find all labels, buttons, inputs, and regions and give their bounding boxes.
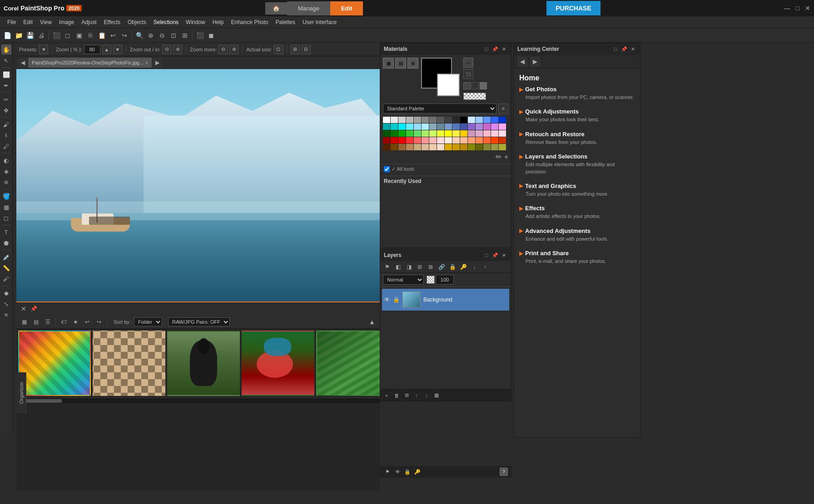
learning-item-text[interactable]: ▶ Text and Graphics Turn your photo into… [519, 183, 635, 198]
layers-float-btn[interactable]: □ [483, 252, 490, 259]
org-thumb-4[interactable] [242, 331, 314, 396]
zoom-down[interactable]: ▼ [113, 45, 122, 54]
materials-float-btn[interactable]: □ [483, 45, 490, 53]
cp-mauve2[interactable] [476, 130, 483, 137]
cp-olive4[interactable] [491, 144, 498, 150]
canvas-full-btn[interactable]: ⊟ [302, 45, 311, 54]
tool-brush[interactable]: 🖊 [1, 141, 11, 151]
learning-fwd-btn[interactable]: ▶ [530, 57, 540, 67]
menu-adjust[interactable]: Adjust [78, 18, 100, 27]
cp-cyan1[interactable] [398, 124, 406, 130]
menu-effects[interactable]: Effects [100, 18, 124, 27]
raw-dropdown[interactable]: RAW/JPG Pairs: OFF [168, 317, 230, 326]
cp-teal2[interactable] [391, 124, 398, 130]
cp-rose2[interactable] [491, 130, 498, 137]
cp-sky1[interactable] [414, 124, 421, 130]
tool-shapes[interactable]: ⬟ [1, 238, 11, 248]
org-thumb-2[interactable] [93, 331, 165, 396]
cp-green1[interactable] [383, 130, 390, 137]
manage-tab[interactable]: Manage [287, 1, 330, 15]
learning-item-retouch[interactable]: ▶ Retouch and Restore Remove flaws from … [519, 131, 635, 146]
learning-item-effects[interactable]: ▶ Effects Add artistic effects to your p… [519, 205, 635, 220]
layer-visibility-icon[interactable]: 👁 [384, 296, 390, 303]
toolbar-open[interactable]: 📁 [13, 30, 24, 41]
default-colors-icon[interactable]: ⬛ [463, 69, 473, 79]
learning-item-quick-adj[interactable]: ▶ Quick Adjustments Make your photos loo… [519, 108, 635, 123]
transparent-swatch[interactable] [463, 93, 486, 100]
sort-dropdown[interactable]: Folder [134, 317, 162, 326]
color-lt-gray3[interactable] [406, 117, 413, 123]
color-lt-blue1[interactable] [468, 117, 475, 123]
mini-swatch-3[interactable] [480, 82, 487, 89]
cp-blush[interactable] [499, 130, 506, 137]
layers-tool-7[interactable]: 🔒 [447, 262, 457, 272]
cp-green5[interactable] [414, 130, 421, 137]
lay-new-layer[interactable]: + [382, 391, 391, 400]
learning-close-btn[interactable]: ✕ [629, 45, 636, 53]
cp-orange1[interactable] [476, 137, 483, 143]
cp-lime2[interactable] [429, 130, 437, 137]
color-dk-gray2[interactable] [437, 117, 444, 123]
cp-purple2[interactable] [491, 124, 498, 130]
learning-pin-btn[interactable]: 📌 [620, 45, 628, 53]
cp-peach1[interactable] [452, 137, 460, 143]
tool-fill[interactable]: 🪣 [1, 191, 11, 201]
edit-palette-btn[interactable]: ✏ [496, 153, 501, 161]
add-color-btn[interactable]: + [504, 153, 508, 161]
cp-red2[interactable] [406, 137, 413, 143]
layers-tool-3[interactable]: ◨ [404, 262, 414, 272]
blend-mode-dropdown[interactable]: Normal [383, 275, 424, 285]
background-swatch[interactable] [437, 74, 460, 96]
cp-tan3[interactable] [422, 144, 429, 150]
toolbar-btn-actual[interactable]: ⊞ [179, 30, 190, 41]
tool-crop[interactable]: ✂ [1, 94, 11, 104]
zoom-more-in[interactable]: ⊕ [229, 45, 238, 54]
org-view-3[interactable]: ☰ [43, 317, 53, 327]
cp-yellow1[interactable] [445, 130, 452, 137]
org-rate-btn[interactable]: ★ [70, 317, 80, 327]
menu-objects[interactable]: Objects [124, 18, 150, 27]
tool-eyedropper[interactable]: 💉 [1, 252, 11, 262]
lay-move-down[interactable]: ↓ [422, 391, 431, 400]
tool-text[interactable]: T [1, 227, 11, 237]
tool-eraser[interactable]: ◻ [1, 213, 11, 223]
toolbar-btn-7[interactable]: ▣ [74, 30, 84, 41]
presets-dropdown[interactable]: ▼ [39, 45, 48, 54]
minimize-icon[interactable]: — [784, 5, 790, 12]
cp-dk-red1[interactable] [383, 137, 390, 143]
color-white[interactable] [383, 117, 390, 123]
color-dk-gray3[interactable] [445, 117, 452, 123]
org-thumb-1[interactable] [18, 331, 91, 396]
all-tools-checkbox[interactable] [384, 166, 390, 172]
cp-purple1[interactable] [483, 124, 491, 130]
color-dk-blue[interactable] [499, 117, 506, 123]
zoom-out-btn[interactable]: ⊖ [162, 45, 171, 54]
toolbar-btn-5[interactable]: ⬛ [51, 30, 62, 41]
status-btn-2[interactable]: 👁 [393, 468, 402, 476]
cp-gold1[interactable] [445, 144, 452, 150]
menu-help[interactable]: Help [209, 18, 228, 27]
zoom-more-out[interactable]: ⊖ [218, 45, 228, 54]
zoom-up[interactable]: ▲ [102, 45, 111, 54]
cp-pink1[interactable] [499, 124, 506, 130]
toolbar-copy[interactable]: ⎘ [85, 30, 96, 41]
tool-align[interactable]: ≡ [1, 310, 11, 320]
toolbar-btn-fit[interactable]: ⊡ [168, 30, 179, 41]
toolbar-btn-11[interactable]: ⬛ [194, 30, 205, 41]
org-pin-btn[interactable]: 📌 [30, 305, 37, 312]
lay-merge[interactable]: ⊞ [402, 391, 411, 400]
layers-close-btn[interactable]: ✕ [500, 252, 507, 259]
toolbar-save[interactable]: 💾 [25, 30, 35, 41]
cp-yellow-grn[interactable] [437, 130, 444, 137]
learning-back-btn[interactable]: ◀ [517, 57, 527, 67]
tool-measure[interactable]: 📏 [1, 263, 11, 273]
menu-enhance-photo[interactable]: Enhance Photo [227, 18, 272, 27]
cp-violet2[interactable] [476, 124, 483, 130]
tool-freehand[interactable]: ✒ [1, 80, 11, 90]
tool-warp[interactable]: ⤡ [1, 299, 11, 309]
org-view-2[interactable]: ▤ [31, 317, 41, 327]
cp-lime1[interactable] [422, 130, 429, 137]
toolbar-btn-6[interactable]: ◻ [62, 30, 73, 41]
tool-select[interactable]: ↖ [1, 55, 11, 65]
organizer-side-tab[interactable]: Organizer [16, 372, 26, 413]
